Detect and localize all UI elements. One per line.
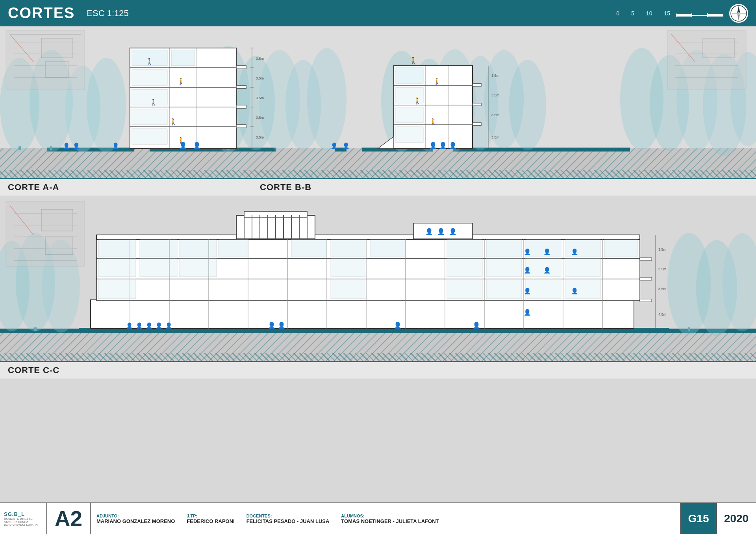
svg-rect-200: [486, 279, 522, 299]
scale-bar: [676, 9, 723, 17]
svg-rect-194: [486, 259, 522, 277]
svg-rect-97: [472, 123, 481, 126]
svg-text:3.5m: 3.5m: [256, 96, 264, 100]
svg-text:👤: 👤: [571, 248, 578, 255]
compass-icon: [729, 4, 748, 23]
svg-text:👤: 👤: [425, 228, 433, 235]
jtp-label: J.TP:: [187, 514, 234, 518]
svg-text:3.5m: 3.5m: [491, 93, 499, 97]
svg-rect-132: [703, 38, 734, 58]
svg-text:👤: 👤: [524, 248, 531, 255]
svg-rect-180: [219, 240, 248, 257]
label-bar-bottom: CORTE C-C: [0, 361, 756, 379]
svg-rect-57: [236, 85, 246, 89]
year-label: 2020: [724, 512, 749, 525]
svg-text:3.5m: 3.5m: [256, 116, 264, 120]
svg-rect-181: [291, 240, 327, 257]
svg-text:🚶: 🚶: [413, 97, 421, 105]
svg-rect-188: [604, 240, 638, 257]
svg-text:👤: 👤: [524, 309, 531, 316]
svg-text:👤: 👤: [343, 142, 350, 149]
docentes-label: DOCENTES:: [246, 514, 330, 518]
svg-text:👤: 👤: [156, 322, 163, 329]
svg-point-43: [509, 60, 546, 150]
svg-rect-179: [179, 240, 217, 257]
svg-rect-66: [132, 129, 167, 144]
svg-text:👤: 👤: [268, 322, 276, 329]
svg-rect-238: [41, 209, 73, 231]
group-label: G15: [688, 512, 709, 525]
page-title: CORTES: [8, 5, 75, 22]
scale-numbers: 0 5 10 15: [616, 10, 670, 17]
footer: SG.B_L ROBERTO ANETTE SANCHEZ GOMEZ BERD…: [0, 503, 756, 534]
info-section: ADJUNTO: MARIANO GONZALEZ MORENO J.TP: F…: [91, 503, 681, 534]
svg-rect-189: [98, 259, 136, 277]
alumnos-label: ALUMNOS:: [341, 514, 439, 518]
svg-rect-185: [486, 240, 522, 257]
svg-text:👤: 👤: [543, 267, 551, 274]
top-drawing: 🚶 🚶 🚶 🚶 🚶 👤 👤 👤 👤 👤 3.5m: [0, 26, 756, 178]
corte-bb-label: CORTE B-B: [260, 182, 311, 192]
svg-rect-59: [236, 125, 246, 128]
svg-text:👤: 👤: [524, 267, 531, 274]
svg-text:👤: 👤: [112, 142, 119, 149]
section-bottom: 👤 👤 👤 👤 👤 👤 👤 👤 👤 👤 👤 👤 👤 👤 👤 👤 👤: [0, 196, 756, 379]
svg-text:👤: 👤: [437, 228, 445, 235]
svg-point-37: [307, 48, 346, 150]
svg-text:👤: 👤: [449, 228, 457, 235]
svg-text:👤: 👤: [449, 142, 457, 149]
ground-hatch: [0, 170, 756, 178]
svg-rect-203: [640, 258, 652, 261]
svg-text:👤: 👤: [543, 248, 551, 255]
logo-main: SG.B_L: [4, 511, 25, 517]
svg-rect-197: [98, 279, 136, 299]
svg-text:3.5m: 3.5m: [256, 135, 264, 139]
svg-rect-125: [45, 62, 69, 78]
svg-text:🚶: 🚶: [177, 78, 185, 85]
docentes-value: FELICITAS PESADO - JUAN LUSA: [246, 518, 330, 524]
svg-rect-29: [50, 146, 52, 150]
svg-text:👤: 👤: [472, 322, 480, 329]
svg-rect-141: [34, 327, 37, 331]
adjunto-item: ADJUNTO: MARIANO GONZALEZ MORENO: [96, 514, 175, 524]
paper-size-box: A2: [47, 503, 91, 534]
svg-point-31: [87, 58, 126, 152]
svg-text:🚶: 🚶: [146, 58, 154, 65]
svg-rect-178: [140, 240, 177, 257]
ground-hatch-bottom: [0, 353, 756, 361]
label-bar-top: CORTE A-A CORTE B-B: [0, 178, 756, 196]
svg-rect-6: [708, 14, 723, 17]
svg-rect-96: [472, 103, 481, 106]
svg-text:3.5m: 3.5m: [658, 287, 666, 291]
svg-rect-102: [396, 127, 423, 142]
svg-rect-192: [331, 259, 366, 277]
jtp-value: FEDERICO RAPONI: [187, 518, 234, 524]
drawing-area-top: 🚶 🚶 🚶 🚶 🚶 👤 👤 👤 👤 👤 3.5m: [0, 26, 756, 178]
svg-text:3.5m: 3.5m: [491, 113, 499, 117]
svg-rect-190: [140, 259, 177, 277]
svg-text:👤: 👤: [165, 322, 172, 329]
jtp-item: J.TP: FEDERICO RAPONI: [187, 514, 234, 524]
svg-text:👤: 👤: [394, 322, 402, 329]
svg-text:🚶: 🚶: [429, 118, 437, 126]
svg-text:3.5m: 3.5m: [491, 135, 499, 139]
svg-text:3.5m: 3.5m: [658, 248, 666, 251]
svg-rect-99: [396, 68, 423, 83]
svg-text:👤: 👤: [331, 142, 338, 149]
paper-size: A2: [55, 506, 82, 531]
svg-rect-187: [565, 240, 600, 257]
section-top: 🚶 🚶 🚶 🚶 🚶 👤 👤 👤 👤 👤 3.5m: [0, 26, 756, 196]
svg-text:👤: 👤: [179, 142, 187, 149]
svg-text:👤: 👤: [63, 142, 70, 149]
svg-rect-124: [41, 38, 73, 58]
svg-rect-5: [676, 14, 692, 17]
scale-label: ESC 1:125: [87, 8, 128, 18]
svg-text:🚶: 🚶: [410, 57, 417, 64]
logo-sub1: ROBERTO ANETTE: [4, 517, 33, 521]
svg-text:👤: 👤: [524, 288, 531, 295]
svg-text:3.5m: 3.5m: [658, 267, 666, 271]
svg-text:👤: 👤: [439, 142, 447, 149]
logo-area: SG.B_L ROBERTO ANETTE SANCHEZ GOMEZ BERD…: [0, 503, 47, 534]
svg-rect-27: [19, 146, 21, 150]
year-box: 2020: [717, 503, 756, 534]
